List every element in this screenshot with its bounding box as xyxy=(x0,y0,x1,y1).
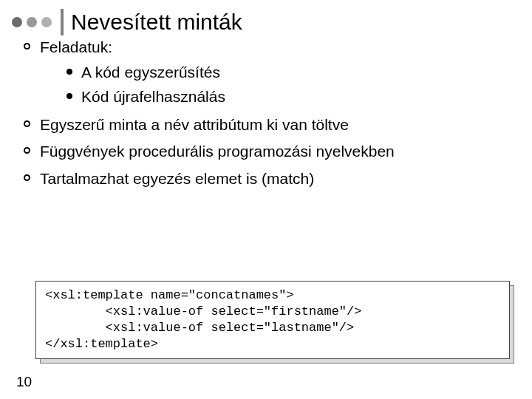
list-item: A kód egyszerűsítés xyxy=(66,62,510,83)
page-number: 10 xyxy=(16,374,32,390)
bullet-text: Tartalmazhat egyezés elemet is (match) xyxy=(40,170,314,187)
list-item: Feladatuk: A kód egyszerűsítés Kód újraf… xyxy=(22,37,510,107)
dot-icon xyxy=(41,17,52,27)
bullet-text: A kód egyszerűsítés xyxy=(81,64,220,81)
list-item: Kód újrafelhasználás xyxy=(66,86,510,107)
bullet-text: Feladatuk: xyxy=(40,38,112,55)
dot-icon xyxy=(27,17,37,27)
sub-bullet-list: A kód egyszerűsítés Kód újrafelhasználás xyxy=(66,62,510,107)
code-example: <xsl:template name="concatnames"> <xsl:v… xyxy=(35,281,510,359)
list-item: Tartalmazhat egyezés elemet is (match) xyxy=(22,168,510,189)
code-block: <xsl:template name="concatnames"> <xsl:v… xyxy=(35,281,510,359)
bullet-list: Feladatuk: A kód egyszerűsítés Kód újraf… xyxy=(22,37,510,189)
vertical-divider-icon xyxy=(61,9,64,35)
slide-content: Feladatuk: A kód egyszerűsítés Kód újraf… xyxy=(22,37,510,195)
slide: Nevesített minták Feladatuk: A kód egysz… xyxy=(0,0,532,399)
bullet-text: Kód újrafelhasználás xyxy=(81,88,225,105)
header-dots xyxy=(12,17,52,27)
dot-icon xyxy=(12,17,22,27)
slide-header: Nevesített minták xyxy=(12,9,242,35)
list-item: Függvények procedurális programozási nye… xyxy=(22,141,510,162)
list-item: Egyszerű minta a név attribútum ki van t… xyxy=(22,115,510,135)
bullet-text: Függvények procedurális programozási nye… xyxy=(40,143,395,160)
bullet-text: Egyszerű minta a név attribútum ki van t… xyxy=(40,116,349,133)
slide-title: Nevesített minták xyxy=(71,10,242,35)
